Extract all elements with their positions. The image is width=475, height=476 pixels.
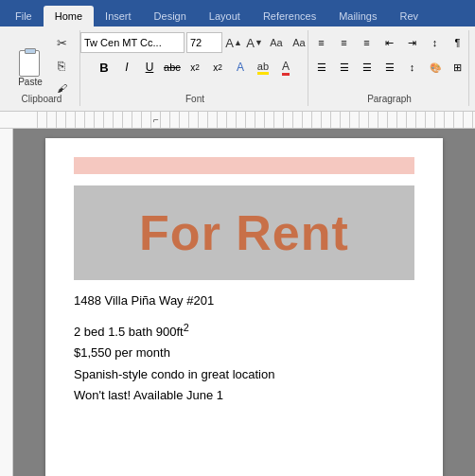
paragraph-label: Paragraph	[310, 94, 468, 104]
shrink-font-button[interactable]: A▼	[245, 33, 264, 52]
tab-mailings[interactable]: Mailings	[327, 6, 388, 26]
bold-button[interactable]: B	[94, 57, 114, 78]
increase-indent-button[interactable]: ⇥	[402, 32, 423, 53]
justify-button[interactable]: ☰	[379, 57, 400, 78]
italic-button[interactable]: I	[116, 57, 137, 78]
vertical-ruler	[0, 129, 13, 476]
group-divider2	[308, 32, 308, 93]
bullets-button[interactable]: ≡	[311, 32, 332, 53]
for-rent-heading: For Rent	[139, 204, 349, 261]
subscript-button[interactable]: x2	[185, 57, 205, 78]
clipboard-top-shape	[25, 48, 36, 54]
shading-button[interactable]: 🎨	[425, 57, 446, 78]
strikethrough-button[interactable]: abc	[162, 57, 183, 78]
details-block: 2 bed 1.5 bath 900ft2 $1,550 per month S…	[74, 319, 414, 406]
ribbon: Paste ✂ ⎘ 🖌 Clipboard A▲ A▼ Aa Aa B I U …	[0, 26, 475, 112]
tab-bar: File Home Insert Design Layout Reference…	[0, 0, 475, 26]
clipboard-group: Paste ✂ ⎘ 🖌 Clipboard	[6, 30, 80, 106]
clipboard-shape	[19, 50, 40, 77]
page-area: For Rent 1488 Villa Piña Way #201 2 bed …	[0, 129, 475, 476]
ruler-tab-stop: ⌐	[152, 112, 160, 125]
align-center-button[interactable]: ☰	[334, 57, 355, 78]
document-page: For Rent 1488 Villa Piña Way #201 2 bed …	[45, 138, 443, 476]
tab-layout[interactable]: Layout	[198, 6, 252, 26]
cut-copy-format-col: ✂ ⎘ 🖌	[51, 32, 72, 98]
tab-design[interactable]: Design	[143, 6, 198, 26]
clipboard-row: Paste ✂ ⎘ 🖌	[11, 30, 72, 98]
clipboard-label: Clipboard	[5, 94, 79, 104]
highlight-color-button[interactable]: ab	[253, 57, 273, 78]
horizontal-ruler: ⌐	[0, 112, 475, 129]
copy-button[interactable]: ⎘	[51, 55, 72, 76]
highlight-bar	[74, 157, 414, 174]
ruler-scale: ⌐	[28, 112, 475, 128]
paste-label: Paste	[18, 77, 43, 87]
text-effect-button[interactable]: A	[230, 57, 251, 78]
para-row1: ≡ ≡ ≡ ⇤ ⇥ ↕ ¶	[311, 32, 468, 53]
clear-format-button[interactable]: Aa	[266, 32, 287, 53]
change-case-button[interactable]: Aa	[289, 32, 309, 53]
ribbon-tabs: File Home Insert Design Layout Reference…	[0, 0, 475, 26]
para-row2: ☰ ☰ ☰ ☰ ↕ 🎨 ⊞	[311, 57, 468, 78]
align-right-button[interactable]: ☰	[357, 57, 378, 78]
numbering-button[interactable]: ≡	[334, 32, 355, 53]
line-spacing-button[interactable]: ↕	[402, 57, 423, 78]
font-group: A▲ A▼ Aa Aa B I U abc x2 x2 A ab A Font	[82, 30, 308, 106]
tab-rev[interactable]: Rev	[389, 6, 431, 26]
tab-home[interactable]: Home	[44, 6, 94, 26]
document-area: For Rent 1488 Villa Piña Way #201 2 bed …	[13, 129, 475, 476]
detail-line1: 2 bed 1.5 bath 900ft2	[74, 319, 414, 343]
align-left-button[interactable]: ☰	[311, 57, 332, 78]
paste-button[interactable]: Paste	[11, 41, 49, 89]
font-row1: A▲ A▼ Aa Aa	[80, 32, 309, 53]
tab-insert[interactable]: Insert	[94, 6, 143, 26]
grow-font-button[interactable]: A▲	[224, 33, 243, 52]
address-line: 1488 Villa Piña Way #201	[74, 293, 414, 308]
font-size-input[interactable]	[186, 32, 222, 53]
detail-line4: Won't last! Available June 1	[74, 385, 414, 406]
cut-button[interactable]: ✂	[51, 32, 72, 53]
font-color-button[interactable]: A	[275, 57, 296, 78]
font-name-input[interactable]	[80, 32, 185, 53]
underline-button[interactable]: U	[139, 57, 160, 78]
tab-file[interactable]: File	[4, 6, 44, 26]
paragraph-group: ≡ ≡ ≡ ⇤ ⇥ ↕ ¶ ☰ ☰ ☰ ☰ ↕ 🎨 ⊞ Paragraph	[310, 30, 469, 106]
tab-references[interactable]: References	[252, 6, 327, 26]
show-marks-button[interactable]: ¶	[448, 32, 468, 53]
multilevel-list-button[interactable]: ≡	[357, 32, 378, 53]
sort-button[interactable]: ↕	[425, 32, 446, 53]
paste-icon	[15, 43, 45, 77]
for-rent-box: For Rent	[74, 185, 414, 280]
font-row2: B I U abc x2 x2 A ab A	[94, 57, 296, 78]
decrease-indent-button[interactable]: ⇤	[379, 32, 400, 53]
font-label: Font	[82, 94, 308, 104]
superscript-button[interactable]: x2	[207, 57, 228, 78]
borders-button[interactable]: ⊞	[448, 57, 468, 78]
detail-line3: Spanish-style condo in great location	[74, 364, 414, 385]
detail-line2: $1,550 per month	[74, 343, 414, 363]
